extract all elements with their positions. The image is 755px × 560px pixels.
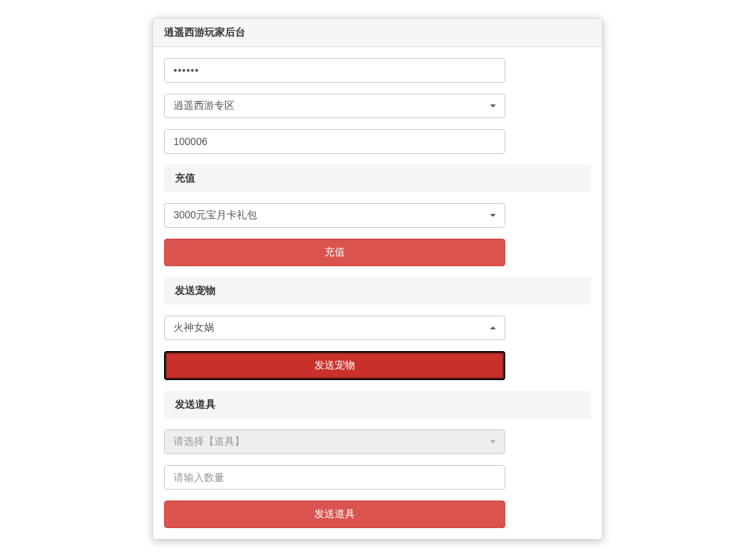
pet-select[interactable]: 火神女娲 xyxy=(164,316,505,340)
recharge-package-value: 3000元宝月卡礼包 xyxy=(174,209,257,222)
zone-select-value: 逍遥西游专区 xyxy=(174,99,234,112)
item-select-placeholder: 请选择【道具】 xyxy=(174,435,245,448)
panel-title: 逍遥西游玩家后台 xyxy=(153,19,602,47)
recharge-section-header: 充值 xyxy=(164,165,591,192)
password-group xyxy=(164,58,591,83)
send-pet-button[interactable]: 发送宠物 xyxy=(164,351,505,380)
recharge-select-group: 3000元宝月卡礼包 xyxy=(164,203,591,228)
pet-select-group: 火神女娲 xyxy=(164,316,591,340)
caret-down-icon xyxy=(490,214,496,217)
recharge-button[interactable]: 充值 xyxy=(164,239,505,266)
caret-up-icon xyxy=(490,326,496,329)
pet-select-value: 火神女娲 xyxy=(174,321,214,334)
caret-down-icon xyxy=(490,104,496,107)
quantity-group xyxy=(164,465,591,490)
recharge-package-select[interactable]: 3000元宝月卡礼包 xyxy=(164,203,505,228)
password-input[interactable] xyxy=(164,58,505,83)
item-select-group: 请选择【道具】 xyxy=(164,429,591,454)
send-item-section-header: 发送道具 xyxy=(164,391,591,419)
send-item-button[interactable]: 发送道具 xyxy=(164,501,505,528)
main-panel: 逍遥西游玩家后台 逍遥西游专区 充值 3000元宝月卡礼包 xyxy=(152,18,603,540)
id-group xyxy=(164,129,591,154)
item-select[interactable]: 请选择【道具】 xyxy=(164,429,505,454)
quantity-input[interactable] xyxy=(164,465,505,490)
send-pet-section-header: 发送宠物 xyxy=(164,277,591,305)
zone-select-group: 逍遥西游专区 xyxy=(164,94,591,118)
caret-down-icon xyxy=(490,440,496,443)
panel-body: 逍遥西游专区 充值 3000元宝月卡礼包 充值 发送宠物 火神女娲 xyxy=(153,47,602,539)
id-input[interactable] xyxy=(164,129,505,154)
zone-select[interactable]: 逍遥西游专区 xyxy=(164,94,505,118)
